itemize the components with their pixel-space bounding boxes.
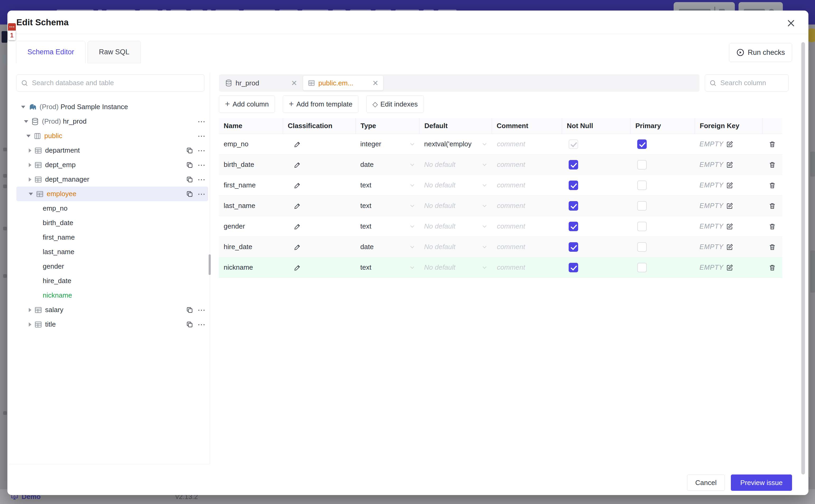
tree-item-column[interactable]: hire_date [16,274,208,288]
dialog-scrollbar[interactable] [801,42,805,474]
comment-input[interactable] [497,181,555,190]
chevron-down-icon[interactable] [26,135,31,137]
more-actions-icon[interactable]: ⋯ [197,176,206,183]
more-actions-icon[interactable]: ⋯ [197,190,206,198]
default-select[interactable]: nextval('employ [420,134,492,154]
tree-item-table[interactable]: department ⋯ [16,143,208,158]
primary-checkbox[interactable] [637,201,647,211]
edit-icon[interactable] [726,182,734,189]
pencil-icon[interactable] [294,264,301,271]
copy-icon[interactable] [186,161,193,169]
not-null-checkbox[interactable] [569,222,578,231]
editor-tab-database[interactable]: hr_prod ✕ [220,76,302,90]
tree-item-table[interactable]: dept_manager ⋯ [16,172,208,187]
type-select[interactable]: text [355,175,420,195]
add-from-template-button[interactable]: + Add from template [283,95,358,113]
database-search-input[interactable] [31,79,200,87]
copy-icon[interactable] [186,190,193,198]
not-null-checkbox[interactable] [569,181,578,190]
more-actions-icon[interactable]: ⋯ [197,132,206,140]
chevron-right-icon[interactable] [29,177,31,182]
type-select[interactable]: text [355,216,420,236]
edit-icon[interactable] [726,140,734,148]
comment-input[interactable] [497,160,555,169]
more-actions-icon[interactable]: ⋯ [197,147,206,154]
column-name[interactable]: last_name [224,202,255,210]
copy-icon[interactable] [186,306,193,314]
tree-item-table-selected[interactable]: employee ⋯ [16,187,208,201]
edit-indexes-button[interactable]: ◇ Edit indexes [366,95,424,113]
primary-checkbox[interactable] [637,263,647,272]
edit-icon[interactable] [726,264,734,271]
trash-icon[interactable] [769,264,776,271]
close-tab-icon[interactable]: ✕ [291,79,297,88]
type-select[interactable]: date [355,237,420,257]
column-search-input[interactable] [720,79,809,87]
edit-icon[interactable] [726,202,734,210]
comment-input[interactable] [497,201,555,210]
comment-input[interactable] [497,140,555,148]
chevron-down-icon[interactable] [24,120,28,123]
column-name[interactable]: emp_no [224,140,248,148]
copy-icon[interactable] [186,176,193,183]
default-select[interactable]: No default [420,154,492,175]
tree-item-database[interactable]: (Prod) hr_prod ⋯ [16,114,208,129]
not-null-checkbox[interactable] [569,160,578,169]
chevron-right-icon[interactable] [29,148,31,153]
chevron-down-icon[interactable] [21,106,25,108]
column-name[interactable]: nickname [224,263,253,272]
pencil-icon[interactable] [294,202,301,210]
not-null-checkbox[interactable] [569,242,578,252]
tree-item-instance[interactable]: (Prod) Prod Sample Instance [16,100,208,114]
primary-checkbox[interactable] [637,139,647,149]
default-select[interactable]: No default [420,216,492,236]
pencil-icon[interactable] [294,161,301,168]
tree-item-table[interactable]: dept_emp ⋯ [16,158,208,172]
default-select[interactable]: No default [420,196,492,216]
default-select[interactable]: No default [420,257,492,278]
pencil-icon[interactable] [294,243,301,251]
pencil-icon[interactable] [294,140,301,148]
tree-item-column[interactable]: birth_date [16,216,208,230]
tab-raw-sql[interactable]: Raw SQL [88,41,141,63]
type-select[interactable]: integer [355,134,420,154]
pencil-icon[interactable] [294,182,301,189]
run-checks-button[interactable]: Run checks [729,43,792,62]
column-name[interactable]: hire_date [224,243,252,251]
trash-icon[interactable] [769,202,776,210]
type-select[interactable]: date [355,154,420,175]
tree-item-table[interactable]: salary ⋯ [16,303,208,317]
trash-icon[interactable] [769,161,776,168]
comment-input[interactable] [497,263,555,272]
cancel-button[interactable]: Cancel [687,474,725,491]
column-name[interactable]: gender [224,222,245,230]
tree-item-column[interactable]: last_name [16,245,208,259]
copy-icon[interactable] [186,147,193,154]
chevron-right-icon[interactable] [29,308,31,312]
tree-item-table[interactable]: title ⋯ [16,317,208,332]
tab-schema-editor[interactable]: Schema Editor [16,41,85,63]
trash-icon[interactable] [769,243,776,251]
more-actions-icon[interactable]: ⋯ [197,118,206,125]
add-column-button[interactable]: + Add column [219,95,275,113]
type-select[interactable]: text [355,196,420,216]
primary-checkbox[interactable] [637,242,647,252]
chevron-right-icon[interactable] [29,163,31,167]
more-actions-icon[interactable]: ⋯ [197,161,206,169]
primary-checkbox[interactable] [637,181,647,190]
primary-checkbox[interactable] [637,222,647,231]
default-select[interactable]: No default [420,237,492,257]
edit-icon[interactable] [726,243,734,251]
type-select[interactable]: text [355,257,420,278]
chevron-down-icon[interactable] [29,193,33,195]
not-null-checkbox[interactable] [569,139,578,149]
column-search[interactable] [705,74,789,91]
tree-item-column-created[interactable]: nickname [16,288,208,303]
editor-tab-table-active[interactable]: public.em... ✕ [303,76,383,90]
comment-input[interactable] [497,243,555,251]
chevron-right-icon[interactable] [29,322,31,327]
pencil-icon[interactable] [294,223,301,230]
trash-icon[interactable] [769,140,776,148]
column-name[interactable]: first_name [224,181,255,189]
close-tab-icon[interactable]: ✕ [372,79,378,88]
